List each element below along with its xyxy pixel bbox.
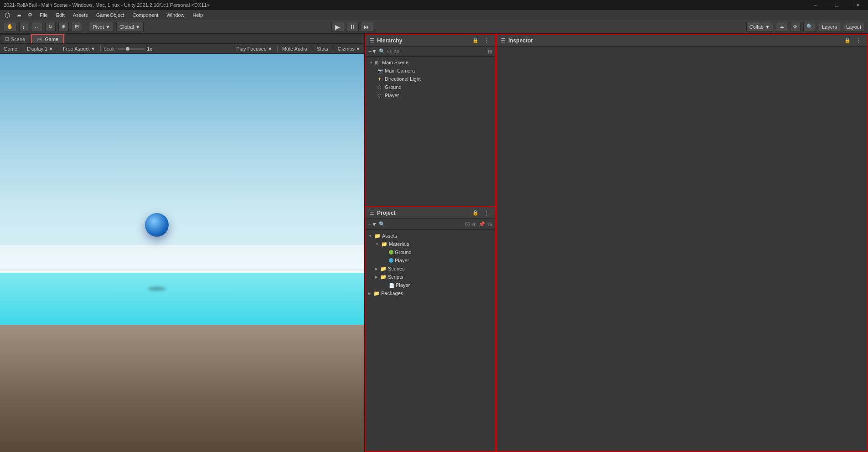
- hierarchy-item-label-player: Player: [385, 93, 399, 98]
- project-item-scripts[interactable]: ▶ 📁 Scripts: [366, 273, 495, 281]
- project-item-scenes[interactable]: ▶ 📁 Scenes: [366, 265, 495, 273]
- step-button[interactable]: ⏭: [361, 22, 373, 32]
- move-tool[interactable]: ↕: [19, 22, 28, 32]
- inspector-lock-icon[interactable]: 🔒: [844, 37, 851, 43]
- layers-button[interactable]: Layers: [819, 22, 840, 32]
- project-item-label-scripts: Scripts: [388, 274, 403, 280]
- hierarchy-search-input[interactable]: [387, 49, 486, 54]
- history-button[interactable]: ⟳: [790, 22, 801, 32]
- hierarchy-icon: ☰: [369, 37, 374, 44]
- rect-tool[interactable]: ⊕: [58, 22, 69, 32]
- global-button[interactable]: Global ▼: [116, 22, 144, 32]
- game-toolbar-item-game: Game: [2, 46, 19, 52]
- pause-button[interactable]: ⏸: [346, 22, 359, 32]
- hierarchy-item-main-scene[interactable]: ▼ ⊞ Main Scene: [366, 58, 495, 67]
- menu-item-component[interactable]: Component: [129, 11, 162, 19]
- hierarchy-item-player[interactable]: ⬡ Player: [366, 91, 495, 99]
- mute-audio-button[interactable]: Mute Audio: [280, 46, 309, 52]
- game-toolbar-sep-4: [277, 46, 278, 52]
- hierarchy-item-main-camera[interactable]: 📷 Main Camera: [366, 67, 495, 75]
- hierarchy-add-button[interactable]: +▼: [368, 48, 377, 55]
- layout-button[interactable]: Layout: [843, 22, 864, 32]
- collab-button[interactable]: Collab ▼: [746, 22, 773, 32]
- settings-button[interactable]: ⚙: [25, 10, 35, 20]
- project-add-button[interactable]: +▼: [368, 221, 377, 228]
- cloud-button-toolbar[interactable]: ☁: [776, 22, 787, 32]
- transform-tool[interactable]: ⊞: [72, 22, 82, 32]
- dirt-layer: [0, 325, 364, 452]
- project-item-ground-material[interactable]: Ground: [366, 248, 495, 256]
- folder-icon-scenes: 📁: [380, 266, 387, 272]
- close-button[interactable]: ✕: [847, 0, 868, 10]
- menu-item-edit[interactable]: Edit: [52, 11, 68, 19]
- game-toolbar-sep-2: [58, 46, 58, 52]
- project-tool-2[interactable]: 👁: [472, 222, 477, 227]
- search-button[interactable]: 🔍: [803, 22, 816, 32]
- project-item-label-player-material: Player: [395, 258, 409, 263]
- project-item-materials[interactable]: ▼ 📁 Materials: [366, 240, 495, 248]
- menu-item-help[interactable]: Help: [189, 11, 207, 19]
- hierarchy-lock-icon[interactable]: 🔒: [472, 37, 479, 43]
- rotate-tool[interactable]: ↔: [31, 22, 42, 32]
- menu-item-assets[interactable]: Assets: [69, 11, 92, 19]
- scale-slider[interactable]: [118, 48, 145, 50]
- game-viewport[interactable]: [0, 54, 364, 452]
- toolbar-right: Collab ▼ ☁ ⟳ 🔍 Layers Layout: [746, 22, 864, 32]
- project-item-player-script[interactable]: 📄 Player: [366, 281, 495, 289]
- menu-item-file[interactable]: File: [36, 11, 52, 19]
- scene-tab-icon: ⊞: [5, 36, 9, 42]
- project-lock-icon[interactable]: 🔒: [472, 210, 479, 216]
- scene-icon: ⊞: [375, 59, 381, 66]
- aspect-selector[interactable]: Free Aspect ▼: [61, 46, 98, 52]
- hierarchy-filter-icon[interactable]: ⊞: [488, 48, 492, 55]
- hierarchy-menu-icon[interactable]: ⋮: [481, 37, 491, 44]
- title-bar-controls[interactable]: ─ □ ✕: [805, 0, 868, 10]
- project-title: Project: [377, 210, 396, 216]
- inspector-header: ☰ Inspector 🔒 ⋮: [497, 35, 867, 47]
- inspector-icon: ☰: [501, 37, 506, 44]
- inspector-menu-icon[interactable]: ⋮: [853, 37, 863, 44]
- view-tabs: ⊞ Scene 🎮 Game: [0, 34, 364, 44]
- expand-arrow-materials: ▼: [375, 242, 379, 246]
- folder-icon-scripts: 📁: [380, 274, 387, 280]
- display-selector[interactable]: Display 1 ▼: [25, 46, 55, 52]
- maximize-button[interactable]: □: [826, 0, 847, 10]
- pivot-button[interactable]: Pivot ▼: [90, 22, 114, 32]
- player-icon: ⬡: [377, 92, 384, 99]
- scale-label: Scale: [103, 46, 116, 52]
- minimize-button[interactable]: ─: [805, 0, 826, 10]
- play-focused-button[interactable]: Play Focused ▼: [234, 46, 274, 52]
- game-toolbar-sep-6: [333, 46, 333, 52]
- hierarchy-title: Hierarchy: [377, 37, 402, 44]
- expand-arrow-packages: ▶: [368, 291, 371, 296]
- project-tool-1[interactable]: ⊡: [465, 221, 470, 228]
- menu-item-window[interactable]: Window: [163, 11, 188, 19]
- tab-scene[interactable]: ⊞ Scene: [0, 34, 30, 43]
- play-button[interactable]: ▶: [331, 22, 344, 32]
- mute-audio-label: Mute Audio: [282, 46, 307, 52]
- middle-panel: ☰ Hierarchy 🔒 ⋮ +▼ 🔍 ⊞ ▼ ⊞ Main Scene: [365, 34, 497, 452]
- cloud-icon[interactable]: ☁: [14, 10, 24, 20]
- menu-item-gameobject[interactable]: GameObject: [93, 11, 128, 19]
- hierarchy-item-label-directional-light: Directional Light: [385, 76, 421, 82]
- project-search-input[interactable]: [387, 222, 463, 227]
- game-toolbar-sep-5: [312, 46, 312, 52]
- folder-icon-packages: 📁: [373, 291, 380, 296]
- project-search-bar[interactable]: +▼ 🔍 ⊡ 👁 📌 16: [366, 219, 495, 230]
- project-tool-3[interactable]: 📌: [479, 221, 485, 227]
- hand-tool[interactable]: ✋: [4, 22, 16, 32]
- stats-button[interactable]: Stats: [315, 46, 330, 52]
- project-item-assets[interactable]: ▼ 📁 Assets: [366, 232, 495, 240]
- tab-game[interactable]: 🎮 Game: [31, 34, 64, 43]
- scale-tool[interactable]: ↻: [45, 22, 56, 32]
- project-panel: ☰ Project 🔒 ⋮ +▼ 🔍 ⊡ 👁 📌 16 ▼ 📁 Assets: [365, 207, 496, 452]
- hierarchy-item-directional-light[interactable]: ☀ Directional Light: [366, 75, 495, 83]
- project-menu-icon[interactable]: ⋮: [481, 209, 491, 217]
- hierarchy-item-ground[interactable]: ⬡ Ground: [366, 83, 495, 91]
- project-item-packages[interactable]: ▶ 📁 Packages: [366, 289, 495, 297]
- folder-icon-assets: 📁: [374, 233, 381, 239]
- unity-logo[interactable]: ⬡: [2, 10, 13, 20]
- project-item-player-material[interactable]: Player: [366, 256, 495, 265]
- hierarchy-search-bar[interactable]: +▼ 🔍 ⊞: [366, 47, 495, 57]
- gizmos-button[interactable]: Gizmos ▼: [336, 46, 362, 52]
